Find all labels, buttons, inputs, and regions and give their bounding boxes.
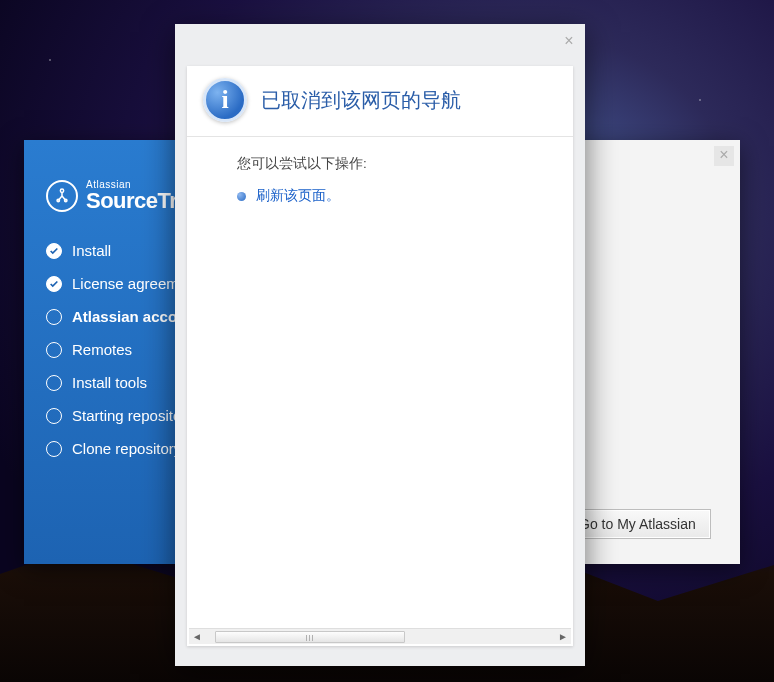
scroll-right-arrow-icon[interactable]: ► (555, 630, 571, 644)
bullet-icon (237, 192, 246, 201)
error-close-button[interactable]: × (559, 32, 579, 52)
error-hint: 您可以尝试以下操作: (237, 155, 557, 173)
scroll-left-arrow-icon[interactable]: ◄ (189, 630, 205, 644)
info-icon: i (203, 78, 247, 122)
step-label: Remotes (72, 341, 132, 358)
refresh-row: 刷新该页面。 (237, 187, 557, 205)
horizontal-scrollbar[interactable]: ◄ ► (189, 628, 571, 644)
wizard-close-button[interactable]: × (714, 146, 734, 166)
check-icon (46, 276, 62, 292)
error-dialog-body: i 已取消到该网页的导航 您可以尝试以下操作: 刷新该页面。 ◄ ► (187, 66, 573, 646)
error-header: i 已取消到该网页的导航 (187, 66, 573, 137)
step-label: Install (72, 242, 111, 259)
circle-icon (46, 309, 62, 325)
svg-point-0 (60, 189, 63, 192)
step-label: Clone repository (72, 440, 181, 457)
scroll-track[interactable] (205, 630, 555, 644)
circle-icon (46, 408, 62, 424)
go-to-my-atlassian-button[interactable]: Go to My Atlassian (564, 509, 711, 539)
error-dialog: × i 已取消到该网页的导航 您可以尝试以下操作: 刷新该页面。 ◄ ► (175, 24, 585, 666)
sourcetree-logo-icon (46, 180, 78, 212)
check-icon (46, 243, 62, 259)
circle-icon (46, 375, 62, 391)
scroll-thumb[interactable] (215, 631, 405, 643)
circle-icon (46, 342, 62, 358)
refresh-link[interactable]: 刷新该页面。 (256, 187, 340, 205)
circle-icon (46, 441, 62, 457)
step-label: Install tools (72, 374, 147, 391)
error-title: 已取消到该网页的导航 (261, 87, 461, 114)
